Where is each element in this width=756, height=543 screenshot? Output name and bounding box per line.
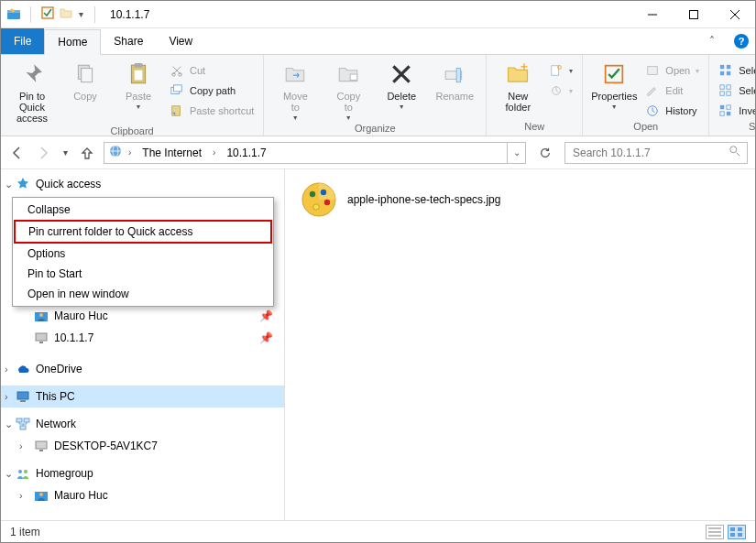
- file-list[interactable]: apple-iphone-se-tech-specs.jpg: [285, 169, 755, 520]
- qat-properties-icon[interactable]: [40, 5, 55, 23]
- this-pc-icon: [16, 389, 30, 404]
- menu-pin-to-start[interactable]: Pin to Start: [15, 264, 271, 284]
- nav-network-desktop-node[interactable]: › DESKTOP-5AV1KC7: [1, 435, 284, 457]
- navigation-bar: ▾ › The Internet › 10.1.1.7 ⌄: [1, 136, 755, 169]
- svg-point-59: [24, 470, 27, 473]
- cut-button[interactable]: Cut: [166, 61, 257, 80]
- address-history-button[interactable]: ⌄: [507, 143, 525, 163]
- file-item[interactable]: apple-iphone-se-tech-specs.jpg: [300, 180, 740, 219]
- paint-file-icon: [300, 180, 338, 219]
- rename-icon: [440, 60, 469, 89]
- nav-pinned-mauro[interactable]: Mauro Huc 📌: [1, 305, 284, 327]
- edit-button[interactable]: Edit: [641, 81, 703, 100]
- paste-button[interactable]: Paste ▼: [113, 58, 164, 112]
- svg-point-45: [730, 147, 737, 153]
- svg-rect-32: [720, 71, 724, 75]
- collapse-ribbon-button[interactable]: ˄: [696, 28, 728, 54]
- paste-shortcut-button[interactable]: Paste shortcut: [166, 102, 257, 120]
- view-details-button[interactable]: [706, 525, 724, 539]
- nav-homegroup-mauro[interactable]: › Mauro Huc: [1, 484, 284, 506]
- new-item-button[interactable]: ▾: [545, 61, 576, 80]
- nav-quick-access[interactable]: ⌄ Quick access: [1, 173, 284, 195]
- copy-icon: [71, 60, 100, 89]
- breadcrumb-root[interactable]: The Internet: [137, 147, 207, 159]
- pin-to-quick-access-button[interactable]: Pin to Quick access: [6, 58, 58, 125]
- nav-network[interactable]: ⌄ Network: [1, 413, 284, 435]
- svg-rect-15: [174, 85, 182, 92]
- tab-home[interactable]: Home: [44, 29, 101, 55]
- move-to-button[interactable]: Move to ▼: [269, 58, 321, 123]
- menu-collapse[interactable]: Collapse: [15, 200, 271, 220]
- easy-access-button[interactable]: ▾: [545, 81, 576, 100]
- search-box[interactable]: [564, 142, 748, 164]
- chevron-right-icon[interactable]: ›: [19, 490, 28, 501]
- svg-point-61: [39, 493, 43, 496]
- chevron-right-icon[interactable]: ›: [19, 440, 28, 451]
- svg-rect-37: [727, 92, 730, 95]
- nav-onedrive[interactable]: › OneDrive: [1, 358, 284, 380]
- close-button[interactable]: [714, 1, 755, 28]
- svg-rect-54: [24, 418, 29, 422]
- context-menu: Collapse Pin current folder to Quick acc…: [12, 197, 274, 307]
- chevron-down-icon[interactable]: ⌄: [5, 468, 14, 480]
- svg-rect-36: [720, 92, 724, 95]
- help-button[interactable]: ?: [728, 28, 755, 54]
- back-button[interactable]: [8, 142, 27, 164]
- qat-newfolder-icon[interactable]: [59, 5, 73, 23]
- svg-point-63: [310, 191, 315, 197]
- view-large-icons-button[interactable]: [728, 525, 746, 539]
- copy-path-button[interactable]: Copy path: [166, 81, 257, 100]
- paste-icon: [124, 60, 153, 89]
- address-bar[interactable]: › The Internet › 10.1.1.7 ⌄: [104, 142, 526, 164]
- user-icon: [34, 488, 49, 503]
- svg-rect-2: [42, 7, 53, 18]
- search-input[interactable]: [571, 146, 723, 160]
- minimize-button[interactable]: [631, 1, 673, 28]
- select-none-button[interactable]: Select none: [715, 81, 756, 100]
- navigation-pane[interactable]: ⌄ Quick access Collapse Pin current fold…: [1, 169, 285, 520]
- svg-rect-38: [720, 105, 724, 109]
- pin-icon: 📌: [259, 331, 273, 344]
- history-button[interactable]: History: [641, 102, 703, 120]
- select-none-icon: [718, 83, 733, 98]
- forward-button[interactable]: [34, 142, 52, 164]
- tab-file[interactable]: File: [1, 28, 44, 54]
- qat-dropdown-icon[interactable]: ▾: [77, 9, 85, 19]
- chevron-down-icon[interactable]: ⌄: [5, 418, 14, 430]
- nav-homegroup[interactable]: ⌄ Homegroup: [1, 462, 284, 484]
- recent-locations-button[interactable]: ▾: [60, 142, 71, 164]
- chevron-down-icon[interactable]: ⌄: [5, 179, 14, 190]
- breadcrumb-leaf[interactable]: 10.1.1.7: [221, 147, 271, 159]
- copy-to-button[interactable]: Copy to ▼: [323, 58, 374, 123]
- menu-pin-current-folder[interactable]: Pin current folder to Quick access: [14, 220, 272, 244]
- ribbon-group-clipboard: Pin to Quick access Copy Paste ▼: [1, 55, 264, 136]
- properties-icon: [599, 60, 629, 89]
- nav-this-pc[interactable]: › This PC: [1, 386, 284, 407]
- maximize-button[interactable]: [673, 1, 714, 28]
- refresh-button[interactable]: [533, 142, 557, 164]
- window-title: 10.1.1.7: [110, 8, 149, 21]
- svg-rect-73: [738, 533, 742, 537]
- rename-button[interactable]: Rename: [429, 58, 480, 103]
- chevron-right-icon[interactable]: ›: [5, 391, 14, 402]
- invert-selection-button[interactable]: Invert selection: [715, 102, 756, 120]
- nav-pinned-ip[interactable]: 10.1.1.7 📌: [1, 327, 284, 349]
- properties-button[interactable]: Properties ▼: [588, 58, 640, 112]
- menu-open-in-new-window[interactable]: Open in new window: [15, 284, 271, 304]
- chevron-right-icon[interactable]: ›: [5, 364, 14, 375]
- pin-icon: [17, 60, 47, 89]
- svg-rect-4: [689, 10, 697, 18]
- edit-icon: [645, 83, 660, 98]
- copy-button[interactable]: Copy: [60, 58, 111, 103]
- nav-quick-access-label: Quick access: [36, 178, 101, 190]
- select-all-button[interactable]: Select all: [715, 61, 756, 80]
- tab-view[interactable]: View: [156, 28, 205, 54]
- new-folder-button[interactable]: New folder: [492, 58, 543, 114]
- open-item-button[interactable]: Open ▾: [641, 61, 703, 80]
- up-button[interactable]: [78, 142, 96, 164]
- menu-options[interactable]: Options: [15, 244, 271, 264]
- ribbon-group-new: New folder ▾ ▾ New: [487, 55, 583, 136]
- tab-share[interactable]: Share: [101, 28, 156, 54]
- delete-button[interactable]: Delete ▼: [376, 58, 427, 112]
- ribbon-group-organize: Move to ▼ Copy to ▼ Delete ▼ Rename Orga…: [264, 55, 487, 136]
